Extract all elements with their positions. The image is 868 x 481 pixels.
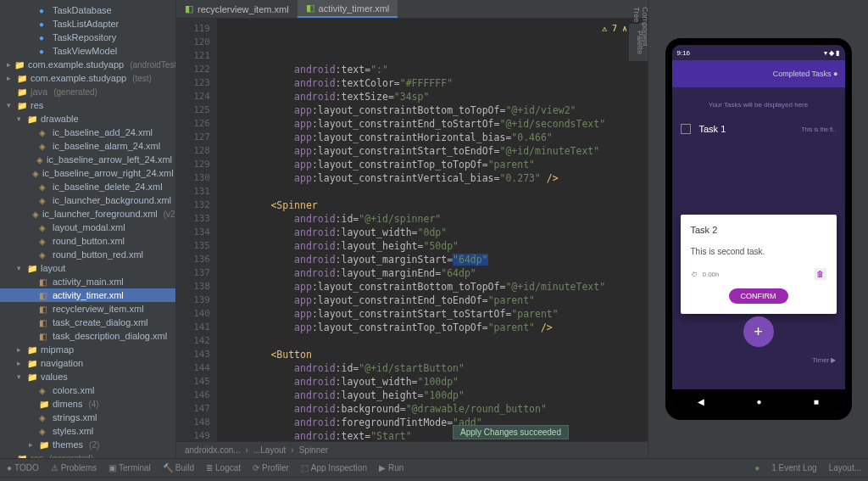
bottom-tab[interactable]: ≣Logcat xyxy=(206,463,241,473)
tree-item[interactable]: ◈ic_baseline_alarm_24.xml xyxy=(0,139,175,153)
bottom-tab[interactable]: ▣Terminal xyxy=(108,463,151,473)
tree-item[interactable]: ▾📁res xyxy=(0,98,175,112)
fab-add[interactable]: + xyxy=(743,316,774,347)
editor-area: ◧ recyclerview_item.xml ◧ activity_timer… xyxy=(176,0,648,458)
project-tree-panel: ●TaskDatabase●TaskListAdapter●TaskReposi… xyxy=(0,0,176,458)
status-line: y Changes succeeded (3 minutes ago) 134:… xyxy=(0,477,868,481)
home-icon[interactable]: ● xyxy=(756,397,761,406)
tree-item[interactable]: ◧activity_main.xml xyxy=(0,275,175,288)
tree-item[interactable]: ●TaskDatabase xyxy=(0,3,175,17)
xml-icon: ◧ xyxy=(185,3,193,14)
tree-item[interactable]: ▸📁mipmap xyxy=(0,343,175,356)
tasks-area: Your Tasks will be displayed here Task 1… xyxy=(672,87,845,389)
tree-item[interactable]: ◈ic_baseline_add_24.xml xyxy=(0,126,175,139)
tree-item[interactable]: ◧task_create_dialog.xml xyxy=(0,316,175,329)
tree-item[interactable]: ◈strings.xml xyxy=(0,411,175,424)
layout-inspector-tab[interactable]: Layout... xyxy=(829,463,861,473)
tree-item[interactable]: 📁dimens(4) xyxy=(0,397,175,411)
tree-item[interactable]: ◧task_description_dialog.xml xyxy=(0,329,175,343)
tree-item[interactable]: ▾📁layout xyxy=(0,261,175,275)
event-log-tab[interactable]: 1 Event Log xyxy=(771,463,816,473)
tree-item[interactable]: ◧recyclerview_item.xml xyxy=(0,302,175,316)
task-modal: Task 2 This is second task. ⏱ 0.00h 🗑 CO… xyxy=(681,215,837,314)
palette-sidebar[interactable]: Palette Component Tree xyxy=(629,24,648,61)
tree-item[interactable]: ◧activity_timer.xml xyxy=(0,288,175,302)
task-row[interactable]: Task 1 This is the fi.. xyxy=(677,117,840,141)
tree-item[interactable]: ▾📁values xyxy=(0,370,175,383)
code-editor[interactable]: ⚠ 7 ∧ ∨ android:text=":" android:textCol… xyxy=(217,19,648,441)
tree-item[interactable]: ◈ic_baseline_arrow_right_24.xml xyxy=(0,166,175,180)
tree-item[interactable]: 📁res(generated) xyxy=(0,451,175,458)
tree-item[interactable]: ▸📁com.example.studyapp(test) xyxy=(0,71,175,85)
editor-tabs: ◧ recyclerview_item.xml ◧ activity_timer… xyxy=(176,0,648,19)
back-icon[interactable]: ◀ xyxy=(698,397,704,406)
confirm-button[interactable]: CONFIRM xyxy=(729,288,788,304)
bottom-tab[interactable]: ⬚App Inspection xyxy=(301,463,367,473)
tree-item[interactable]: ◈round_button_red.xml xyxy=(0,248,175,261)
phone-screen[interactable]: 9:16 ▾ ◆ ▮ Completed Tasks ● Your Tasks … xyxy=(672,45,845,413)
tree-item[interactable]: ◈ic_baseline_arrow_left_24.xml xyxy=(0,153,175,166)
tree-item[interactable]: ◈ic_launcher_background.xml xyxy=(0,193,175,207)
tree-item[interactable]: ▸📁themes(2) xyxy=(0,438,175,451)
tree-item[interactable]: ▸📁navigation xyxy=(0,356,175,370)
timer-row: ⏱ 0.00h 🗑 xyxy=(691,268,826,280)
line-gutter: 1191201211221231241251261271281291301311… xyxy=(176,19,217,441)
tree-item[interactable]: ◈layout_modal.xml xyxy=(0,221,175,234)
app-bar: Completed Tasks ● xyxy=(672,60,845,87)
tree-item[interactable]: ◈colors.xml xyxy=(0,383,175,397)
tree-item[interactable]: ◈round_button.xml xyxy=(0,234,175,248)
timer-nav[interactable]: Timer ▶ xyxy=(812,356,836,364)
xml-icon: ◧ xyxy=(306,3,314,14)
tree-item[interactable]: 📁java(generated) xyxy=(0,85,175,98)
tree-item[interactable]: ●TaskViewModel xyxy=(0,44,175,58)
phone-frame: 9:16 ▾ ◆ ▮ Completed Tasks ● Your Tasks … xyxy=(665,38,852,420)
tasks-hint: Your Tasks will be displayed here xyxy=(677,92,840,117)
alarm-icon: ⏱ xyxy=(691,271,698,278)
component-tree-tab[interactable]: Component Tree xyxy=(629,19,648,53)
status-bar: 9:16 ▾ ◆ ▮ xyxy=(672,45,845,60)
delete-icon[interactable]: 🗑 xyxy=(815,268,826,280)
tree-item[interactable]: ◈ic_launcher_foreground.xml(v24) xyxy=(0,207,175,221)
emulator-panel: 9:16 ▾ ◆ ▮ Completed Tasks ● Your Tasks … xyxy=(648,0,868,458)
bottom-tab[interactable]: 🔨Build xyxy=(163,463,194,473)
tree-item[interactable]: ◈styles.xml xyxy=(0,424,175,438)
modal-desc: This is second task. xyxy=(691,247,826,256)
android-navbar: ◀ ● ■ xyxy=(672,389,845,413)
bottom-tab[interactable]: ▶Run xyxy=(379,463,403,473)
modal-title: Task 2 xyxy=(691,225,826,235)
bottom-toolbar: ●TODO⚠Problems▣Terminal🔨Build≣Logcat⟳Pro… xyxy=(0,458,868,477)
editor-tab[interactable]: ◧ activity_timer.xml xyxy=(298,0,398,18)
tree-item[interactable]: ◈ic_baseline_delete_24.xml xyxy=(0,180,175,193)
apply-changes-toast: Apply Changes succeeded xyxy=(453,425,569,439)
tree-item[interactable]: ▾📁drawable xyxy=(0,112,175,126)
tree-item[interactable]: ●TaskRepository xyxy=(0,31,175,44)
recents-icon[interactable]: ■ xyxy=(814,397,819,406)
breadcrumb: androidx.con...› ...Layout› Spinner xyxy=(176,441,648,458)
tree-item[interactable]: ●TaskListAdapter xyxy=(0,17,175,31)
bottom-tab[interactable]: ●TODO xyxy=(7,463,39,473)
tree-item[interactable]: ▸📁com.example.studyapp(androidTest) xyxy=(0,58,175,71)
checkbox[interactable] xyxy=(681,124,691,134)
bottom-tab[interactable]: ⟳Profiler xyxy=(253,463,289,473)
editor-tab[interactable]: ◧ recyclerview_item.xml xyxy=(176,1,298,17)
bottom-tab[interactable]: ⚠Problems xyxy=(51,463,97,473)
